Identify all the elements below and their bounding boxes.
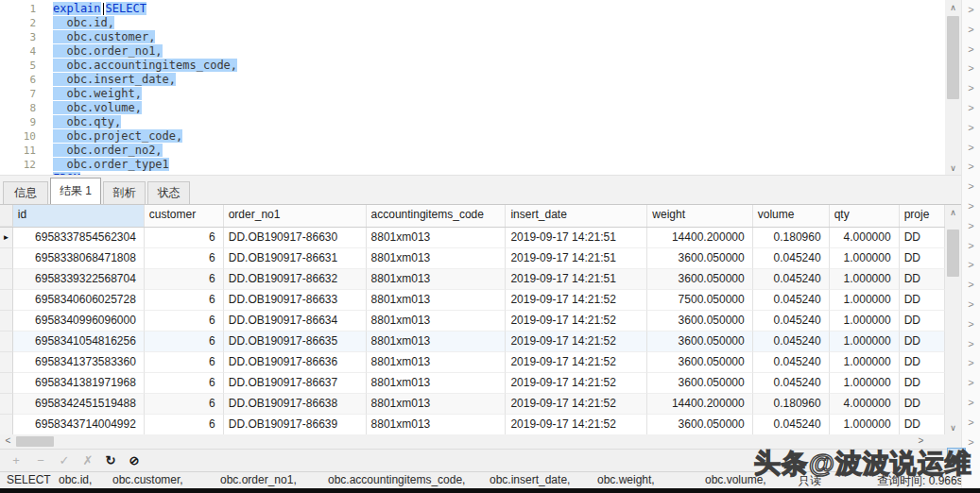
cell[interactable]: 14400.200000 [647, 394, 752, 415]
cell[interactable]: 6 [145, 248, 224, 269]
expand-chevron-icon[interactable]: > [962, 40, 980, 60]
cell[interactable]: 1.000000 [830, 248, 900, 269]
row-selector[interactable] [0, 394, 13, 415]
cell[interactable]: 6 [145, 228, 224, 248]
cell[interactable]: DD.OB190917-86634 [224, 311, 367, 332]
cell[interactable]: 8801xm013 [367, 248, 507, 269]
cell[interactable]: 0.045240 [753, 269, 830, 290]
cell[interactable]: 8801xm013 [367, 373, 507, 394]
cell[interactable]: 6958343714004992 [13, 415, 145, 434]
expand-chevron-icon[interactable]: > [962, 393, 980, 413]
column-header-volume[interactable]: volume [753, 205, 830, 227]
cell[interactable]: 3600.050000 [647, 332, 752, 352]
expand-chevron-icon[interactable]: > [962, 196, 980, 216]
expand-chevron-icon[interactable]: > [962, 275, 980, 295]
cell[interactable]: 2019-09-17 14:21:52 [506, 394, 647, 415]
scroll-left-icon[interactable]: < [0, 434, 16, 449]
cell[interactable]: DD [900, 332, 945, 352]
row-selector[interactable] [0, 269, 13, 290]
cell[interactable]: DD.OB190917-86636 [224, 352, 367, 373]
cell[interactable]: 0.045240 [753, 290, 830, 311]
cell[interactable]: 6 [145, 394, 224, 415]
cell[interactable]: 7500.050000 [647, 290, 752, 311]
column-header-proje[interactable]: proje [900, 205, 945, 227]
cell[interactable]: DD.OB190917-86633 [224, 290, 367, 311]
expand-chevron-icon[interactable]: > [962, 0, 980, 20]
expand-chevron-icon[interactable]: > [962, 353, 980, 373]
cell[interactable]: 6958341054816256 [13, 332, 145, 352]
cell[interactable]: DD.OB190917-86632 [224, 269, 367, 290]
cell[interactable]: DD [900, 415, 945, 434]
cell[interactable]: DD [900, 248, 945, 269]
cell[interactable]: 6 [145, 352, 224, 373]
cell[interactable]: DD [900, 228, 945, 248]
expand-chevron-icon[interactable]: > [962, 413, 980, 433]
cell[interactable]: 3600.050000 [647, 269, 752, 290]
hscrollbar-thumb[interactable] [16, 436, 54, 447]
cell[interactable]: 2019-09-17 14:21:51 [506, 269, 647, 290]
cell[interactable]: 8801xm013 [367, 269, 507, 290]
cell[interactable]: DD.OB190917-86631 [224, 248, 367, 269]
cell[interactable]: 2019-09-17 14:21:52 [506, 415, 647, 434]
cell[interactable]: 6958341373583360 [13, 352, 145, 373]
cell[interactable]: 4.000000 [830, 228, 900, 248]
cell[interactable]: 6958340606025728 [13, 290, 145, 311]
expand-chevron-icon[interactable]: > [962, 177, 980, 196]
expand-chevron-icon[interactable]: > [962, 118, 980, 138]
cell[interactable]: 6 [145, 332, 224, 352]
expand-chevron-icon[interactable]: > [962, 334, 980, 354]
expand-chevron-icon[interactable]: > [962, 295, 980, 314]
column-header-accountingitems-code[interactable]: accountingitems_code [367, 205, 507, 227]
column-header-insert-date[interactable]: insert_date [506, 205, 647, 227]
scroll-down-icon[interactable]: ∨ [945, 161, 961, 176]
cell[interactable]: 2019-09-17 14:21:51 [506, 248, 647, 269]
row-selector[interactable] [0, 248, 13, 269]
cell[interactable]: 8801xm013 [367, 311, 507, 332]
scroll-down-icon[interactable]: ∨ [945, 420, 961, 434]
cell[interactable]: DD [900, 311, 945, 332]
cell[interactable]: 0.045240 [753, 332, 830, 352]
cell[interactable]: 6 [145, 269, 224, 290]
row-selector[interactable] [0, 373, 13, 394]
cell[interactable]: 8801xm013 [367, 228, 507, 248]
cell[interactable]: 1.000000 [830, 373, 900, 394]
expand-chevron-icon[interactable]: > [962, 78, 980, 98]
cell[interactable]: 8801xm013 [367, 415, 507, 434]
cell[interactable]: 1.000000 [830, 290, 900, 311]
grid-scrollbar-thumb[interactable] [947, 230, 959, 277]
delete-record-button[interactable]: − [31, 451, 50, 470]
scroll-up-icon[interactable]: ∧ [945, 0, 961, 15]
cell[interactable]: 6958339322568704 [13, 269, 145, 290]
cell[interactable]: 3600.050000 [647, 311, 752, 332]
cell[interactable]: 6 [145, 373, 224, 394]
cell[interactable]: 2019-09-17 14:21:52 [506, 373, 647, 394]
cell[interactable]: DD.OB190917-86635 [224, 332, 367, 352]
cell[interactable]: 6958342451519488 [13, 394, 145, 415]
cell[interactable]: 2019-09-17 14:21:52 [506, 290, 647, 311]
editor-scrollbar-thumb[interactable] [947, 16, 959, 99]
row-selector[interactable] [0, 290, 13, 311]
sql-editor[interactable]: 1explainSELECT2 obc.id,3 obc.customer,4 … [0, 0, 961, 176]
cell[interactable]: 2019-09-17 14:21:52 [506, 352, 647, 373]
cell[interactable]: DD [900, 373, 945, 394]
cell[interactable]: 8801xm013 [367, 352, 507, 373]
editor-vertical-scrollbar[interactable]: ∧ ∨ [945, 0, 961, 176]
cell[interactable]: 6958340996096000 [13, 311, 145, 332]
cell[interactable]: 8801xm013 [367, 394, 507, 415]
expand-chevron-icon[interactable]: > [962, 157, 980, 177]
cell[interactable]: 14400.200000 [647, 228, 752, 248]
cell[interactable]: 1.000000 [830, 415, 900, 434]
stop-button[interactable]: ⊘ [125, 451, 144, 470]
expand-chevron-icon[interactable]: > [962, 20, 980, 40]
expand-chevron-icon[interactable]: > [962, 98, 980, 118]
scroll-up-icon[interactable]: ∧ [945, 205, 961, 220]
expand-chevron-icon[interactable]: > [962, 138, 980, 158]
expand-chevron-icon[interactable]: > [962, 236, 980, 256]
cell[interactable]: 1.000000 [830, 332, 900, 352]
expand-chevron-icon[interactable]: > [962, 314, 980, 334]
tab-info[interactable]: 信息 [3, 181, 48, 204]
cell[interactable]: DD [900, 290, 945, 311]
current-row-marker-icon[interactable]: ► [0, 228, 13, 248]
cell[interactable]: 4.000000 [830, 394, 900, 415]
add-record-button[interactable]: + [7, 451, 26, 470]
